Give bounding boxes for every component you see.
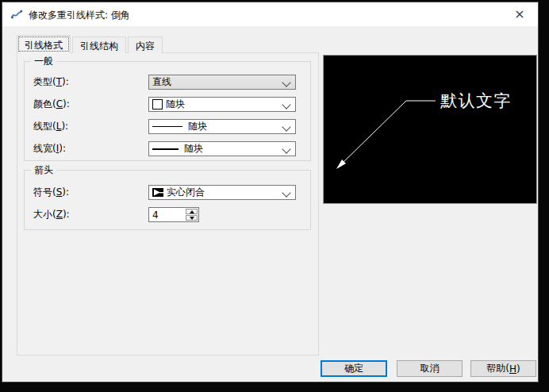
byblock-linetype-swatch [152,126,182,127]
linetype-value: 随块 [188,120,207,133]
titlebar: 修改多重引线样式: 倒角 × [2,2,538,26]
color-value: 随块 [166,98,185,111]
cancel-button[interactable]: 取消 [397,360,463,377]
tab-leader-structure[interactable]: 引线结构 [72,37,126,53]
spinner-up-icon [190,210,194,213]
multileader-icon [10,8,23,21]
arrow-size-spinner [148,207,199,222]
lineweight-dropdown[interactable]: 随块 [148,141,296,156]
spinner-up-button[interactable] [186,209,198,214]
byblock-lineweight-swatch [152,148,179,150]
chevron-down-icon [282,144,290,153]
size-label: 大小(Z): [33,207,70,222]
arrow-size-input[interactable] [149,208,186,221]
arrowhead-group-title: 箭头 [31,164,56,175]
type-label: 类型(T): [33,75,69,90]
chevron-down-icon [282,78,290,86]
help-button[interactable]: 帮助(H) [470,360,536,377]
tab-content[interactable]: 内容 [128,37,163,53]
spinner-down-icon [190,217,194,220]
general-group-title: 一般 [31,56,56,67]
chevron-down-icon [282,188,290,197]
spinner-buttons [186,209,198,221]
close-icon: × [514,8,524,21]
color-label: 颜色(C): [33,97,70,112]
chevron-down-icon [282,100,290,109]
general-group: 一般 类型(T): 直线 颜色(C): 随块 线型(L): 随块 线宽(I): … [24,61,311,161]
chevron-down-icon [282,122,290,131]
lineweight-label: 线宽(I): [33,141,66,156]
close-button[interactable]: × [501,2,538,26]
style-preview: 默认文字 [323,55,537,204]
lineweight-value: 随块 [184,142,203,156]
linetype-dropdown[interactable]: 随块 [148,119,296,134]
ok-button[interactable]: 确定 [321,360,387,377]
tabstrip: 引线格式 引线结构 内容 [17,35,164,53]
tab-leader-format[interactable]: 引线格式 [17,35,71,53]
mleader-style-dialog: 修改多重引线样式: 倒角 × 引线格式 引线结构 内容 一般 类型(T): 直线… [2,2,539,382]
color-dropdown[interactable]: 随块 [148,97,296,112]
type-value: 直线 [152,75,171,89]
symbol-label: 符号(S): [33,185,69,200]
solid-closed-arrow-icon [152,188,163,197]
arrow-symbol-value: 实心闭合 [167,186,205,199]
arrow-symbol-dropdown[interactable]: 实心闭合 [148,185,296,200]
arrowhead-group: 箭头 符号(S): 实心闭合 大小(Z): [24,170,311,230]
byblock-color-swatch [152,99,163,110]
preview-default-text: 默认文字 [440,91,512,110]
linetype-label: 线型(L): [33,119,68,134]
type-dropdown[interactable]: 直线 [148,75,296,90]
leader-line [338,101,436,167]
dialog-title: 修改多重引线样式: 倒角 [29,9,130,22]
spinner-down-button[interactable] [186,215,198,221]
